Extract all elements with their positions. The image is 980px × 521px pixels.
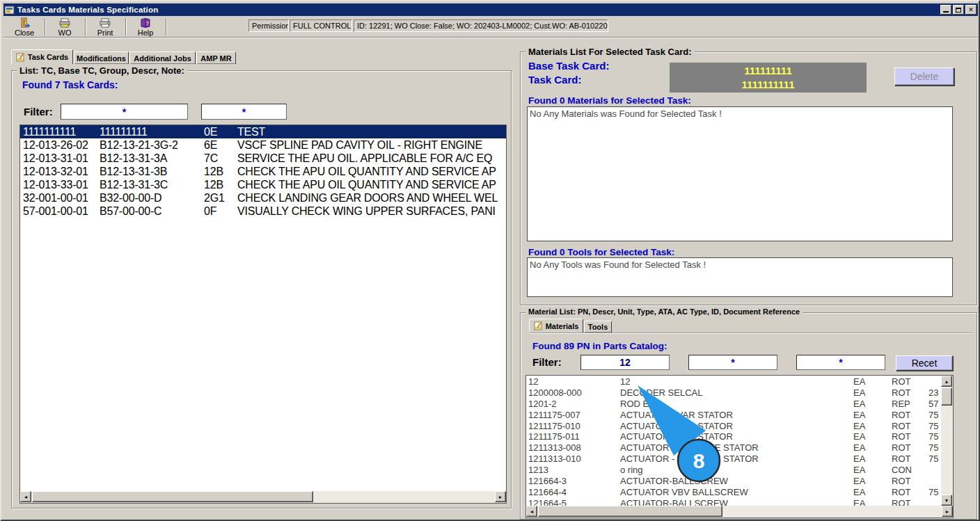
task-filter-input-2[interactable] [201, 104, 287, 120]
scroll-thumb[interactable] [941, 387, 952, 406]
part-row-cell-descr: ACTUATOR - VAR STATOR [620, 421, 733, 432]
task-card-row-cell-group: 7C [204, 152, 218, 165]
base-task-card-value: 111111111 [744, 64, 791, 78]
part-row-cell-ata: 57 [928, 399, 938, 410]
restore-button[interactable] [953, 5, 964, 15]
task-card-row-cell-base: B12-13-21-3G-2 [100, 138, 178, 152]
part-row-cell-type: CON [892, 465, 912, 476]
task-card-row[interactable]: 11111111111111111110ETEST [20, 125, 506, 138]
wo-printer-icon [59, 17, 70, 29]
pn-filter-input-2[interactable] [688, 355, 777, 370]
task-filter-input-1[interactable] [61, 104, 188, 120]
app-icon [5, 6, 15, 15]
materials-empty-box: No Any Materials was Found for Selected … [527, 106, 953, 241]
reset-button[interactable]: Recet [896, 355, 953, 371]
parts-rows: 1212EAROT1200008-000DECODER SELCALEAROT2… [526, 376, 941, 509]
wo-info-field: ID: 12291; WO Close: False; WO: 202403-L… [354, 19, 608, 32]
scroll-up-arrow[interactable]: ▲ [941, 376, 952, 387]
part-row-cell-pn: 121664-3 [528, 476, 567, 487]
scroll-right-arrow[interactable]: ► [942, 506, 953, 517]
task-card-row-cell-tc: 12-013-26-02 [23, 138, 88, 152]
task-card-row-cell-descr: VISUALLY CHECK WING UPPER SURFACES, PANI [237, 205, 496, 218]
part-row[interactable]: 121664-4ACTUATOR VBV BALLSCREWEAROT75 [526, 487, 941, 498]
part-row-cell-descr: ACTUATOR VBV BALLSCREW [620, 487, 748, 498]
task-card-row[interactable]: 57-001-00-01B57-00-00-C0FVISUALLY CHECK … [20, 205, 506, 218]
toolbar-separator [45, 18, 46, 35]
task-card-row-cell-tc: 1111111111 [23, 125, 76, 138]
scroll-right-arrow[interactable]: ► [495, 491, 506, 502]
pn-filter-input-3[interactable] [796, 355, 885, 370]
tab-task-cards[interactable]: Task Cards [11, 49, 73, 64]
part-row-cell-pn: 12 [528, 376, 538, 387]
part-row-cell-pn: 1201-2 [528, 399, 556, 410]
wo-button[interactable]: WO [47, 17, 82, 37]
scroll-thumb[interactable] [538, 506, 722, 517]
task-list-hscrollbar[interactable]: ◄ ► [20, 491, 506, 503]
part-row-cell-unit: EA [853, 454, 865, 465]
task-card-list[interactable]: 11111111111111111110ETEST12-013-26-02B12… [19, 125, 507, 504]
task-card-row[interactable]: 32-001-00-01B32-00-00-D2G1CHECK LANDING … [20, 191, 506, 205]
close-window-button[interactable]: ✕ [965, 5, 977, 15]
print-button[interactable]: Print [88, 17, 122, 37]
tab-amp-mr[interactable]: AMP MR [196, 51, 236, 64]
part-row[interactable]: 1200008-000DECODER SELCALEAROT23 [526, 387, 941, 399]
task-card-row[interactable]: 12-013-32-01B12-13-31-3B12BCHECK THE APU… [20, 165, 506, 178]
part-row[interactable]: 1201-2ROD ENDEAREP57 [526, 399, 941, 410]
parts-vscrollbar[interactable]: ▲ ▼ [941, 376, 953, 506]
tab-tools[interactable]: Tools [584, 321, 612, 332]
delete-button[interactable]: Delete [894, 67, 954, 86]
task-card-row[interactable]: 12-013-33-01B12-13-31-3C12BCHECK THE APU… [20, 178, 506, 191]
task-list-group-title: List: TC, Base TC, Group, Descr, Note: [17, 65, 187, 76]
pn-filter-label: Filter: [532, 356, 562, 368]
part-row[interactable]: 1211313-008ACTUATOR - VARIABLE STATOREAR… [526, 442, 941, 454]
part-row[interactable]: 1211175-011ACTUATOR - VAR STATOREAROT75 [526, 431, 941, 442]
material-list-group-title: Material List: PN, Descr, Unit, Type, AT… [525, 307, 803, 316]
scroll-left-arrow[interactable]: ◄ [20, 491, 31, 502]
part-row-cell-unit: EA [853, 487, 865, 498]
tab-additional-jobs[interactable]: Additional Jobs [129, 51, 196, 64]
tab-modifications[interactable]: Modifications [74, 51, 129, 64]
part-row[interactable]: 1211313-010ACTUATOR - VARIABLE STATOREAR… [526, 454, 941, 465]
task-cards-tab-icon [16, 53, 25, 62]
close-button[interactable]: Close [7, 17, 42, 37]
permission-value: FULL CONTROL [290, 19, 352, 32]
scroll-left-arrow[interactable]: ◄ [526, 506, 537, 517]
minimize-button[interactable] [940, 5, 951, 15]
found-pn-text: Found 89 PN in Parts Catalog: [532, 341, 667, 351]
permission-label: Permission: [248, 19, 289, 32]
task-card-row-cell-base: B12-13-31-3B [100, 165, 167, 178]
task-card-row-cell-tc: 12-013-33-01 [23, 178, 88, 191]
task-card-row[interactable]: 12-013-26-02B12-13-21-3G-26EVSCF SPLINE … [20, 138, 506, 152]
help-button[interactable]: ? Help [128, 17, 163, 37]
scroll-thumb[interactable] [32, 491, 313, 502]
scroll-down-arrow[interactable]: ▼ [941, 495, 952, 506]
task-card-value-box: 111111111 1111111111 [670, 63, 867, 93]
task-filter-label: Filter: [24, 106, 53, 118]
part-row[interactable]: 121664-3ACTUATOR-BALLSCREWEAROT [526, 476, 941, 487]
task-card-row-cell-group: 0F [204, 205, 216, 218]
task-card-row-cell-tc: 32-001-00-01 [23, 191, 88, 205]
part-row[interactable]: 1213o ringEACON [526, 465, 941, 476]
part-row-cell-unit: EA [853, 410, 865, 421]
part-row-cell-descr: ACTUATOR - VAR STATOR [620, 431, 733, 442]
part-row-cell-descr: ROD END [620, 399, 662, 410]
pn-filter-input-1[interactable] [580, 355, 670, 370]
task-card-row-cell-descr: CHECK LANDING GEAR DOORS AND WHEEL WEL [237, 191, 498, 205]
task-card-row-cell-group: 6E [204, 138, 217, 152]
part-row[interactable]: 1211175-010ACTUATOR - VAR STATOREAROT75 [526, 421, 941, 432]
task-card-row-cell-base: B57-00-00-C [100, 205, 161, 218]
parts-catalog-list[interactable]: 1212EAROT1200008-000DECODER SELCALEAROT2… [525, 375, 954, 518]
part-row[interactable]: 1212EAROT [526, 376, 941, 387]
printer-icon [100, 17, 111, 29]
tab-materials[interactable]: Materials [529, 319, 583, 332]
task-card-rows: 11111111111111111110ETEST12-013-26-02B12… [20, 125, 506, 218]
part-row-cell-ata: 75 [928, 421, 938, 432]
part-row-cell-descr: ACTUATOR - VARIABLE STATOR [620, 442, 759, 454]
task-card-row-cell-group: 2G1 [204, 191, 225, 205]
task-card-row[interactable]: 12-013-31-01B12-13-31-3A7CSERVICE THE AP… [20, 152, 506, 165]
part-row-cell-unit: EA [853, 431, 865, 442]
part-row-cell-type: ROT [892, 376, 910, 387]
help-book-icon: ? [140, 17, 151, 29]
part-row[interactable]: 1211175-007ACTUATOR - VAR STATOREAROT75 [526, 410, 941, 421]
parts-hscrollbar[interactable]: ◄ ► [526, 506, 953, 518]
